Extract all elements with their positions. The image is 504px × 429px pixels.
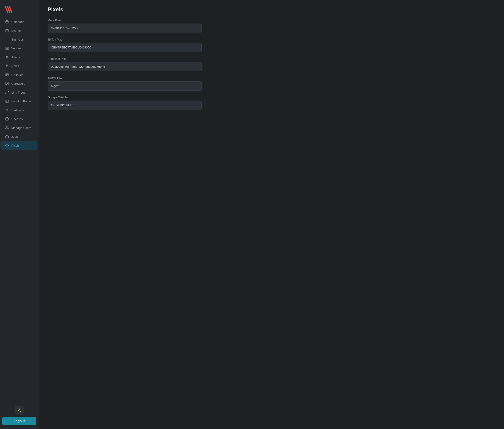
events-icon: [5, 28, 9, 33]
fields-container: Meta PixelTikTok PixelSnapchat PixelTwit…: [48, 18, 495, 110]
field-input-meta-pixel[interactable]: [48, 24, 202, 33]
jobs-icon: [5, 135, 9, 139]
sidebar-item-label: Manage Users: [11, 126, 31, 130]
field-group-twitter-pixel: Twitter Pixel: [48, 76, 495, 91]
sun-icon: [17, 408, 21, 412]
field-label-meta-pixel: Meta Pixel: [48, 18, 495, 22]
sidebar-item-manageusers[interactable]: Manage Users: [1, 123, 37, 132]
field-input-twitter-pixel[interactable]: [48, 81, 202, 91]
redirects-icon: [5, 108, 9, 112]
page-title: Pixels: [48, 6, 495, 13]
svg-point-22: [6, 83, 7, 83]
sidebar-item-artists[interactable]: Artists: [1, 53, 37, 61]
svg-point-18: [6, 56, 8, 57]
sidebar-bottom: Logout: [0, 403, 38, 429]
sidebar-item-pixels[interactable]: Pixels: [1, 141, 37, 150]
sidebar-item-label: Carousels: [11, 82, 25, 85]
nav-list: Calendar Events Sign Ups Venues Artists: [0, 16, 38, 403]
main-content: Pixels Meta PixelTikTok PixelSnapchat Pi…: [38, 0, 504, 429]
field-group-meta-pixel: Meta Pixel: [48, 18, 495, 33]
sidebar-item-label: Pixels: [11, 144, 19, 147]
svg-rect-14: [6, 47, 7, 48]
venues-icon: [5, 46, 9, 50]
manageusers-icon: [5, 126, 9, 130]
signups-icon: [5, 37, 9, 42]
sidebar-item-news[interactable]: News: [1, 61, 37, 70]
records-icon: [5, 117, 9, 121]
sidebar-item-linktrees[interactable]: Link Trees: [1, 88, 37, 97]
sidebar-item-signups[interactable]: Sign Ups: [1, 35, 37, 44]
svg-line-33: [18, 409, 18, 409]
sidebar-item-events[interactable]: Events: [1, 26, 37, 35]
svg-rect-7: [6, 29, 8, 32]
field-input-snapchat-pixel[interactable]: [48, 62, 202, 71]
svg-rect-17: [6, 48, 7, 50]
svg-rect-3: [6, 21, 8, 23]
svg-point-28: [6, 126, 7, 128]
svg-rect-23: [6, 100, 8, 103]
field-label-tiktok-pixel: TikTok Pixel: [48, 38, 495, 41]
svg-line-34: [20, 411, 21, 411]
svg-point-30: [18, 409, 20, 411]
sidebar-item-label: Records: [11, 117, 23, 121]
sidebar-item-carousels[interactable]: Carousels: [1, 79, 37, 88]
news-icon: [5, 64, 9, 68]
sidebar-item-label: Jobs: [11, 135, 18, 138]
landingpages-icon: [5, 99, 9, 103]
svg-rect-15: [7, 47, 8, 48]
svg-line-38: [20, 409, 21, 409]
sidebar-item-redirects[interactable]: Redirects: [1, 106, 37, 114]
sidebar-item-landingpages[interactable]: Landing Pages: [1, 97, 37, 105]
sidebar-item-jobs[interactable]: Jobs: [1, 132, 37, 141]
sidebar-item-label: Galleries: [11, 73, 23, 77]
sidebar-item-label: News: [11, 64, 19, 68]
sidebar-item-records[interactable]: Records: [1, 115, 37, 123]
svg-point-27: [7, 118, 8, 119]
field-input-google-ga4[interactable]: [48, 101, 202, 110]
artists-icon: [5, 55, 9, 59]
svg-point-26: [5, 117, 8, 120]
logout-button[interactable]: Logout: [2, 417, 36, 425]
sidebar-item-label: Landing Pages: [11, 100, 32, 103]
sidebar-item-venues[interactable]: Venues: [1, 44, 37, 53]
calendar-icon: [5, 20, 9, 24]
sidebar: Calendar Events Sign Ups Venues Artists: [0, 0, 38, 429]
carousels-icon: [5, 81, 9, 86]
sidebar-item-label: Link Trees: [11, 91, 25, 94]
linktrees-icon: [5, 90, 9, 95]
pixels-icon: [5, 143, 9, 148]
svg-rect-16: [7, 48, 8, 50]
sidebar-item-label: Sign Ups: [11, 38, 24, 41]
galleries-icon: [5, 73, 9, 77]
svg-point-20: [6, 74, 7, 75]
field-label-google-ga4: Google GA4 Tag: [48, 96, 495, 99]
field-label-snapchat-pixel: Snapchat Pixel: [48, 57, 495, 61]
sidebar-item-calendar[interactable]: Calendar: [1, 18, 37, 26]
sidebar-item-galleries[interactable]: Galleries: [1, 70, 37, 79]
sidebar-item-label: Events: [11, 29, 21, 32]
sidebar-item-label: Artists: [11, 55, 20, 59]
field-group-snapchat-pixel: Snapchat Pixel: [48, 57, 495, 71]
sidebar-item-label: Redirects: [11, 108, 24, 112]
sidebar-item-label: Calendar: [11, 20, 24, 24]
svg-line-37: [18, 411, 18, 411]
svg-rect-29: [5, 136, 8, 138]
field-input-tiktok-pixel[interactable]: [48, 43, 202, 52]
sidebar-item-label: Venues: [11, 47, 22, 50]
field-group-tiktok-pixel: TikTok Pixel: [48, 38, 495, 52]
field-group-google-ga4: Google GA4 Tag: [48, 96, 495, 110]
theme-toggle-button[interactable]: [15, 406, 24, 414]
app-logo-icon: [4, 4, 13, 14]
field-label-twitter-pixel: Twitter Pixel: [48, 76, 495, 80]
logo: [0, 0, 38, 16]
